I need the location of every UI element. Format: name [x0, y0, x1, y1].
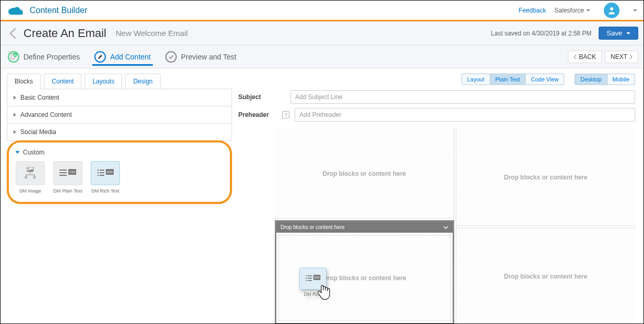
help-icon[interactable]: ? [282, 111, 289, 118]
block-label: DM Plain Text [53, 188, 82, 194]
chevron-down-icon [443, 226, 448, 229]
back-nav-button[interactable]: BACK [568, 51, 602, 63]
chevron-right-icon [14, 95, 16, 100]
svg-point-5 [25, 176, 27, 178]
panel-tabs: Blocks Content Layouts Design [7, 74, 232, 89]
rich-text-icon: RTF [97, 168, 114, 178]
preheader-label: Preheader [238, 111, 282, 118]
tab-blocks[interactable]: Blocks [7, 74, 41, 89]
tab-content[interactable]: Content [44, 74, 81, 89]
drop-zone[interactable]: Drop blocks or content here [275, 129, 454, 219]
wizard-steps: Define Properties Add Content Preview an… [1, 45, 643, 68]
page-subtitle: New Welcome Email [116, 29, 491, 38]
svg-point-4 [28, 168, 29, 169]
view-layout[interactable]: Layout [461, 74, 490, 85]
user-icon [607, 6, 616, 15]
right-panel: Layout Plain Text Code View Desktop Mobi… [238, 68, 643, 324]
drop-zone-active[interactable]: Drop blocks or content here Drop blocks … [275, 220, 454, 324]
page-header: Create An Email New Welcome Email Last s… [1, 21, 643, 45]
next-nav-button[interactable]: NEXT [605, 51, 638, 63]
drop-zone[interactable]: Drop blocks or content here [456, 129, 635, 226]
chevron-right-icon [14, 113, 16, 117]
drop-zone-header: Drop blocks or content here [276, 222, 453, 233]
drop-zone[interactable]: Drop blocks or content here [456, 227, 635, 324]
avatar[interactable] [604, 3, 619, 18]
svg-point-12 [98, 170, 99, 171]
image-branch-icon [22, 167, 38, 179]
save-caret-icon [626, 32, 630, 34]
tab-design[interactable]: Design [125, 74, 160, 89]
svg-point-24 [306, 280, 307, 281]
rich-text-icon: RTF [305, 274, 321, 283]
cloud-logo [7, 4, 26, 17]
svg-point-22 [306, 278, 307, 279]
email-canvas: Drop blocks or content here Drop blocks … [238, 129, 635, 324]
subject-label: Subject [238, 93, 290, 101]
block-label: DM Image [19, 188, 41, 194]
accordion-basic-content[interactable]: Basic Content [7, 89, 232, 106]
chevron-right-icon [14, 130, 16, 134]
accordion-social-media[interactable]: Social Media [7, 124, 232, 140]
step-add-content[interactable]: Add Content [92, 48, 153, 66]
check-icon [168, 54, 174, 60]
svg-text:RTF: RTF [314, 276, 320, 279]
svg-text:TXT: TXT [69, 171, 76, 174]
tab-layouts[interactable]: Layouts [84, 74, 122, 89]
pencil-icon [97, 54, 103, 60]
document-check-icon [9, 53, 18, 61]
view-code[interactable]: Code View [526, 74, 564, 85]
block-dm-image[interactable]: DM Image [14, 161, 46, 194]
svg-point-6 [33, 176, 35, 178]
svg-point-14 [98, 172, 99, 174]
svg-point-16 [98, 175, 99, 176]
device-toggle: Desktop Mobile [575, 74, 635, 85]
accordion-custom-highlight: Custom DM Image TX [7, 140, 232, 204]
block-label: DM Rich Text [91, 188, 119, 194]
chevron-right-icon [629, 55, 633, 59]
step-preview-test[interactable]: Preview and Test [163, 48, 238, 66]
text-list-icon: TXT [59, 168, 76, 178]
accordion-advanced-content[interactable]: Advanced Content [7, 106, 232, 124]
feedback-link[interactable]: Feedback [519, 7, 546, 14]
device-mobile[interactable]: Mobile [607, 74, 635, 85]
page-title: Create An Email [23, 27, 106, 40]
view-plain-text[interactable]: Plain Text [490, 74, 526, 85]
account-menu[interactable]: Salesforce [554, 7, 590, 14]
block-dm-rich-text[interactable]: RTF DM Rich Text [89, 161, 121, 194]
preheader-input[interactable] [295, 108, 635, 122]
block-dm-plain-text[interactable]: TXT DM Plain Text [52, 161, 84, 194]
back-button[interactable] [7, 28, 18, 39]
accordion-custom[interactable]: Custom [14, 147, 225, 161]
step-define-properties[interactable]: Define Properties [6, 48, 82, 66]
last-saved: Last saved on 4/30/2019 at 2:58 PM [491, 30, 592, 37]
app-header: Content Builder Feedback Salesforce [1, 1, 643, 21]
view-mode-toggle: Layout Plain Text Code View [461, 74, 565, 85]
blocks-accordion: Basic Content Advanced Content Social Me… [7, 89, 232, 141]
svg-point-20 [306, 275, 307, 276]
settings-caret-icon[interactable] [633, 9, 637, 11]
svg-point-0 [610, 7, 613, 10]
caret-down-icon [586, 9, 590, 11]
subject-input[interactable] [290, 90, 635, 104]
app-title: Content Builder [30, 6, 519, 15]
chevron-down-icon [16, 151, 20, 154]
svg-text:RTF: RTF [107, 171, 113, 174]
cursor-hand-icon [317, 283, 332, 301]
left-panel: Blocks Content Layouts Design Basic Cont… [1, 68, 238, 324]
save-button[interactable]: Save [599, 27, 638, 40]
device-desktop[interactable]: Desktop [575, 74, 607, 85]
chevron-left-icon [574, 55, 577, 59]
